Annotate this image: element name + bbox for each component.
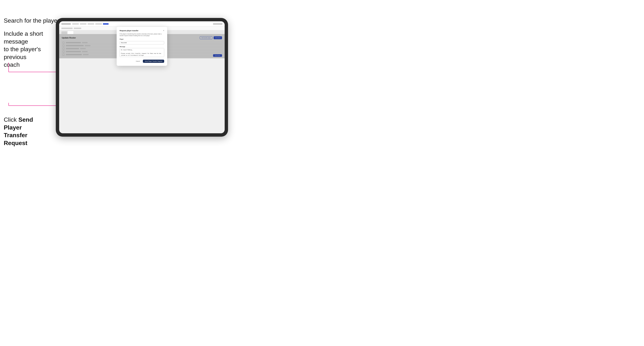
app-logo: [62, 23, 71, 25]
nav-right-action: [213, 23, 222, 25]
nav-roster-active: [103, 23, 108, 25]
breadcrumb-item-1: [62, 28, 73, 29]
tablet-screen: Update Roster Add transfer player Add pl…: [59, 21, 225, 133]
nav-matches: [88, 23, 94, 25]
message-field-label: Message: [120, 46, 164, 47]
modal-dialog: Request player transfer × If the player …: [117, 27, 167, 66]
nav-more: [95, 23, 102, 25]
message-textarea[interactable]: [120, 48, 164, 57]
tab-roster[interactable]: [62, 31, 67, 34]
nav-teams: [80, 23, 86, 25]
breadcrumb-item-2: [74, 28, 81, 29]
modal-footer: Cancel Send Player Transfer Request: [120, 60, 164, 63]
player-field-label: Player: [120, 38, 164, 40]
modal-description: If the player is transferring from anoth…: [120, 33, 164, 37]
cancel-button[interactable]: Cancel: [134, 60, 141, 63]
app-topbar: [59, 21, 225, 26]
annotation-click: Click Send Player Transfer Request: [4, 116, 52, 147]
nav-tournaments: [72, 23, 79, 25]
annotation-search: Search for the player.: [4, 17, 61, 25]
modal-header: Request player transfer ×: [120, 30, 164, 32]
send-transfer-button[interactable]: Send Player Transfer Request: [143, 60, 164, 63]
tab-active[interactable]: [68, 31, 74, 34]
modal-title: Request player transfer: [120, 30, 138, 32]
player-search-input[interactable]: [120, 41, 164, 44]
app-main-content: Update Roster Add transfer player Add pl…: [59, 34, 225, 58]
tablet-device: Update Roster Add transfer player Add pl…: [56, 18, 228, 137]
modal-close-button[interactable]: ×: [163, 30, 164, 32]
modal-overlay: Request player transfer × If the player …: [59, 34, 225, 58]
